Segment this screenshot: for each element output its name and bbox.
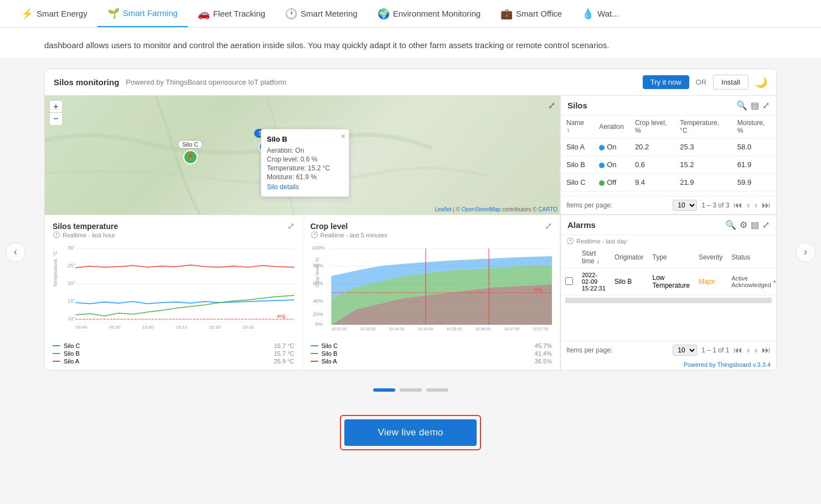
nav-water[interactable]: 💧 Wat... — [572, 0, 629, 27]
silo-c-marker[interactable]: Silo C 📍 — [178, 140, 203, 164]
next-page-button[interactable]: › — [755, 200, 757, 210]
slide-dot-3[interactable] — [426, 388, 448, 392]
alarm-more-button[interactable]: ••• — [773, 277, 777, 286]
alarms-first-page-button[interactable]: ⏮ — [734, 345, 742, 355]
col-status[interactable]: Status — [727, 247, 777, 268]
svg-text:09:50: 09:50 — [109, 325, 121, 330]
silos-row-moisture: 58.0 — [732, 138, 776, 156]
nav-smart-energy[interactable]: ⚡ Smart Energy — [11, 0, 97, 27]
carto-link[interactable]: CARTO — [538, 206, 557, 212]
slide-indicators — [0, 382, 821, 398]
col-temperature[interactable]: Temperature, °C — [674, 116, 732, 138]
alarms-expand-icon[interactable]: ⤢ — [762, 220, 770, 230]
alarms-last-page-button[interactable]: ⏭ — [762, 345, 771, 355]
silos-panel-title: Silos — [567, 101, 736, 110]
nav-smart-metering[interactable]: 🕐 Smart Metering — [275, 0, 368, 27]
svg-text:100%: 100% — [312, 245, 325, 251]
svg-text:avg: avg — [277, 313, 285, 319]
zoom-in-button[interactable]: + — [50, 101, 62, 113]
silos-row-aeration: On — [593, 138, 629, 156]
silos-table-row: Silo C Off 9.4 21.9 59.9 — [561, 174, 776, 191]
svg-text:Temperature, °C: Temperature, °C — [53, 251, 58, 287]
crop-level-expand-icon[interactable]: ⤢ — [545, 221, 552, 231]
next-arrow[interactable]: › — [796, 242, 815, 262]
alarms-filter-icon[interactable]: ⚙ — [740, 220, 747, 230]
alarms-search-icon[interactable]: 🔍 — [725, 220, 736, 230]
dashboard-header: Silos monitoring Powered by ThingsBoard … — [45, 69, 776, 96]
col-crop-level[interactable]: Crop level, % — [629, 116, 674, 138]
view-live-demo-button[interactable]: View live demo — [344, 419, 476, 446]
crop-level-chart: 100% 80% 60% 40% 20% 0% — [311, 243, 553, 339]
last-page-button[interactable]: ⏭ — [762, 200, 771, 210]
silos-row-moisture: 59.9 — [732, 174, 776, 191]
col-originator[interactable]: Originator — [610, 247, 648, 268]
map-expand-icon[interactable]: ⤢ — [548, 100, 555, 111]
silos-expand-icon[interactable]: ⤢ — [762, 100, 770, 111]
silo-details-link[interactable]: Silo details — [267, 183, 343, 191]
svg-text:10:32:00: 10:32:00 — [331, 327, 347, 331]
alarms-columns-icon[interactable]: ▤ — [751, 220, 759, 230]
col-type[interactable]: Type — [648, 247, 694, 268]
popup-crop-level: Crop level: 0.6 % — [267, 155, 343, 163]
alarm-start-time: 2022-02-0915:22:31 — [577, 268, 610, 295]
alarms-prev-page-button[interactable]: ‹ — [747, 345, 750, 355]
col-start-time[interactable]: Start time ↓ — [577, 247, 610, 268]
popup-close-button[interactable]: × — [341, 132, 345, 141]
svg-text:09:40: 09:40 — [76, 325, 87, 330]
items-per-page-select[interactable]: 10 — [673, 200, 697, 211]
crop-silo-b-color — [311, 353, 318, 354]
svg-text:10°: 10° — [68, 316, 75, 321]
col-aeration[interactable]: Aeration — [593, 116, 629, 138]
crop-legend-silo-b: Silo B 41.4% — [311, 350, 553, 357]
alarms-next-page-button[interactable]: › — [755, 345, 757, 355]
nav-environment-monitoring[interactable]: 🌍 Environment Monitoring — [368, 0, 490, 27]
alarms-items-per-page-label: Items per page: — [566, 346, 668, 354]
first-page-button[interactable]: ⏮ — [734, 200, 742, 210]
zoom-out-button[interactable]: − — [50, 113, 62, 125]
nav-fleet-tracking[interactable]: 🚗 Fleet Tracking — [188, 0, 275, 27]
nav-smart-farming[interactable]: 🌱 Smart Farming — [97, 0, 188, 27]
silos-columns-icon[interactable]: ▤ — [751, 100, 759, 111]
col-severity[interactable]: Severity — [694, 247, 727, 268]
svg-text:10:37:30: 10:37:30 — [533, 327, 548, 331]
slide-dot-2[interactable] — [400, 388, 422, 392]
silos-temp-subtitle: 🕐 Realtime - last hour — [53, 231, 295, 238]
silos-search-icon[interactable]: 🔍 — [736, 100, 747, 111]
silos-page-info: 1 – 3 of 3 — [701, 201, 729, 209]
silo-a-color — [53, 361, 60, 362]
thingsboard-link[interactable]: Powered by Thingsboard v.3.3.4 — [684, 361, 771, 368]
svg-text:10:20: 10:20 — [209, 325, 221, 330]
alarms-scrollbar[interactable] — [565, 298, 772, 303]
silos-row-temperature: 21.9 — [674, 174, 732, 191]
col-checkbox — [561, 247, 577, 268]
silos-row-moisture: 61.9 — [732, 156, 776, 174]
alarm-severity: Major — [694, 268, 727, 295]
alarm-type: Low Temperature — [648, 268, 694, 295]
install-button[interactable]: Install — [713, 75, 748, 90]
prev-page-button[interactable]: ‹ — [747, 200, 750, 210]
alarm-checkbox[interactable] — [565, 277, 573, 285]
slide-dot-1[interactable] — [373, 388, 395, 392]
col-moisture[interactable]: Moisture, % — [732, 116, 776, 138]
or-label: OR — [696, 78, 707, 86]
nav-smart-office[interactable]: 💼 Smart Office — [490, 0, 572, 27]
nav-water-label: Wat... — [597, 9, 619, 18]
dashboard-title: Silos monitoring — [54, 77, 119, 87]
water-icon: 💧 — [582, 8, 594, 20]
crop-silo-a-color — [311, 361, 318, 362]
silos-row-crop-level: 20.2 — [629, 138, 674, 156]
openstreetmap-link[interactable]: OpenStreetMap — [462, 206, 501, 212]
silos-temp-expand-icon[interactable]: ⤢ — [287, 221, 295, 231]
smart-metering-icon: 🕐 — [285, 8, 297, 20]
alarm-row: 2022-02-0915:22:31 Silo B Low Temperatur… — [561, 268, 777, 295]
svg-text:Crop level, %: Crop level, % — [314, 258, 319, 287]
try-now-button[interactable]: Try it now — [643, 75, 689, 89]
dark-mode-toggle[interactable]: 🌙 — [755, 76, 767, 89]
silos-temp-chart: 30° 25° 20° 15° 10° — [53, 243, 295, 339]
silos-row-aeration: On — [593, 156, 629, 174]
leaflet-link[interactable]: Leaflet — [435, 206, 451, 212]
col-name[interactable]: Name ↑ — [561, 116, 593, 138]
svg-text:25°: 25° — [68, 263, 75, 268]
prev-arrow[interactable]: ‹ — [6, 242, 25, 262]
alarms-items-per-page-select[interactable]: 10 — [673, 345, 697, 356]
